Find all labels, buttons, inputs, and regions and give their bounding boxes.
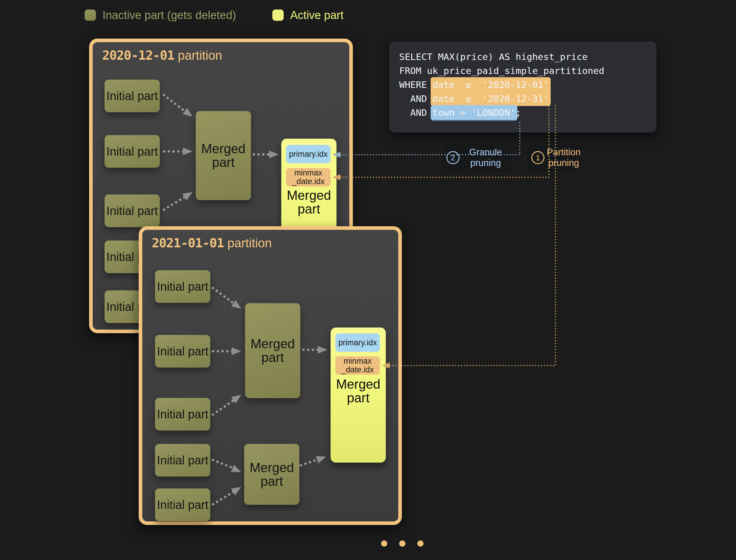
sql-line-from: FROM uk_price_paid_simple_partitioned bbox=[399, 65, 604, 76]
partition-pruning-text-line2: pruning bbox=[547, 158, 581, 168]
partition-date: 2021-01-01 bbox=[152, 236, 224, 250]
initial-part: Initial part bbox=[155, 270, 210, 303]
merged-part-inactive: Merged part bbox=[245, 303, 300, 398]
sql-and-keyword-2: AND bbox=[399, 107, 433, 118]
carousel-dot-2[interactable] bbox=[399, 540, 406, 547]
active-part-swatch bbox=[272, 10, 284, 21]
sql-query-code: SELECT MAX(price) AS highest_price FROM … bbox=[399, 50, 604, 120]
minmax-date-idx-badge: minmax _date.idx bbox=[335, 356, 380, 375]
partition-title-2021-01-01: 2021-01-01 partition bbox=[152, 236, 272, 250]
active-part-legend-label: Active part bbox=[290, 9, 343, 21]
partition-title-suffix: partition bbox=[174, 48, 222, 62]
merged-part-active-label: Merged part bbox=[330, 377, 386, 405]
granule-pruning-text-line1: Granule bbox=[463, 147, 508, 158]
minmax-date-idx-badge: minmax _date.idx bbox=[286, 168, 330, 186]
initial-part: Initial part bbox=[105, 80, 160, 112]
sql-date-gte-highlight: date ≥ '2020-12-01' bbox=[431, 77, 551, 92]
inactive-part-legend-label: Inactive part (gets deleted) bbox=[102, 9, 236, 21]
partition-pruning-label: 1 Partition pruning bbox=[526, 143, 582, 172]
initial-part: Initial part bbox=[105, 135, 160, 168]
partition-pruning-step-number: 1 bbox=[531, 151, 545, 164]
primary-idx-badge: primary.idx bbox=[286, 145, 330, 163]
initial-part: Initial part bbox=[155, 488, 210, 521]
diagram-canvas: Inactive part (gets deleted) Active part… bbox=[0, 0, 736, 560]
sql-query-panel: SELECT MAX(price) AS highest_price FROM … bbox=[389, 42, 656, 132]
merged-part-inactive: Merged part bbox=[244, 444, 299, 505]
granule-pruning-label: 2 Granule pruning bbox=[441, 143, 512, 172]
sql-semicolon: ; bbox=[516, 107, 521, 118]
initial-part: Initial part bbox=[155, 444, 210, 477]
carousel-dot-3[interactable] bbox=[417, 540, 424, 547]
merged-part-active-label: Merged part bbox=[281, 189, 336, 216]
primary-idx-badge: primary.idx bbox=[335, 333, 380, 352]
sql-and-keyword-1: AND bbox=[399, 93, 433, 104]
partition-date: 2020-12-01 bbox=[102, 48, 174, 63]
initial-part: Initial part bbox=[155, 335, 210, 368]
merged-part-active: primary.idx minmax _date.idx Merged part bbox=[330, 328, 386, 463]
sql-date-lte-highlight: date ≤ '2020-12-31' bbox=[431, 91, 551, 106]
granule-pruning-text-line2: pruning bbox=[463, 158, 508, 168]
sql-line-select: SELECT MAX(price) AS highest_price bbox=[399, 51, 588, 62]
carousel-dot-1[interactable] bbox=[381, 540, 387, 547]
initial-part: Initial part bbox=[105, 194, 160, 227]
partition-title-suffix: partition bbox=[224, 236, 272, 250]
sql-town-highlight: town = 'LONDON' bbox=[431, 105, 517, 120]
initial-part: Initial part bbox=[155, 398, 210, 431]
sql-where-keyword: WHERE bbox=[399, 79, 433, 90]
merged-part-inactive: Merged part bbox=[196, 111, 251, 200]
granule-pruning-step-number: 2 bbox=[447, 151, 460, 164]
partition-pruning-text-line1: Partition bbox=[547, 147, 581, 158]
partition-title-2020-12-01: 2020-12-01 partition bbox=[102, 48, 222, 63]
inactive-part-swatch bbox=[85, 10, 96, 21]
